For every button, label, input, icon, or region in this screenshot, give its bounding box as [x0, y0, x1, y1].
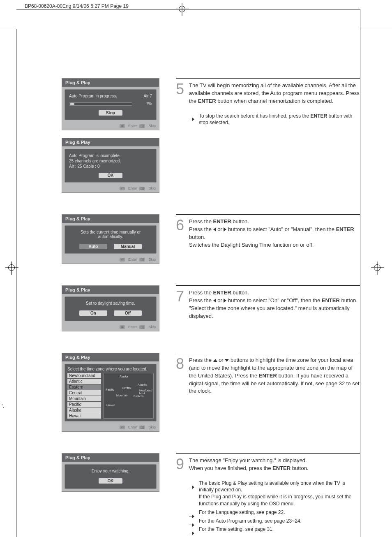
progress-bar	[69, 102, 132, 106]
osd-screenshot-7: Plug & Play Set to daylight saving time.…	[62, 285, 159, 331]
down-arrow-icon	[225, 359, 229, 362]
step-number: 8	[176, 356, 186, 371]
osd-message: Select the time zone where you are locat…	[67, 367, 154, 371]
osd-line: Air : 25 Cable : 0	[69, 164, 152, 169]
page-content: Plug & Play Auto Program in progress. Ai…	[21, 78, 360, 535]
osd-line: Auto Program is incomplete.	[69, 153, 152, 158]
osd-screenshot-9: Plug & Play Enjoy your watching. OK	[62, 453, 159, 492]
osd-percent: 7%	[136, 102, 152, 106]
auto-button: Auto	[79, 244, 107, 249]
osd-title: Plug & Play	[62, 454, 159, 462]
osd-message: Auto Program in progress.	[69, 94, 117, 98]
left-arrow-icon	[213, 227, 216, 231]
osd-channel: Air 7	[136, 94, 152, 99]
osd-message: Enjoy your watching.	[69, 469, 152, 473]
osd-screenshot-6: Plug & Play Sets the current time manual…	[62, 214, 159, 264]
osd-screenshot-5a: Plug & Play Auto Program in progress. Ai…	[62, 78, 159, 130]
osd-footer: ⏎Enter▯▯Skip	[62, 123, 159, 130]
osd-footer: ⏎Enter▯▯Skip	[62, 324, 159, 331]
osd-screenshot-8: Plug & Play Select the time zone where y…	[62, 353, 159, 432]
step-row-9: Plug & Play Enjoy your watching. OK 9 Th…	[62, 453, 360, 535]
osd-title: Plug & Play	[62, 215, 159, 223]
manual-button: Manual	[114, 244, 142, 249]
osd-line: 25 channels are memorized.	[69, 159, 152, 163]
timezone-list: Newfoundland Atlantic Eastern Central Mo…	[67, 373, 101, 419]
osd-footer: ⏎Enter▯▯Skip	[62, 185, 159, 192]
tz-item: Central	[67, 390, 101, 396]
osd-screenshot-5b: Plug & Play Auto Program is incomplete. …	[62, 138, 159, 193]
footnote-list: The basic Plug & Play setting is availab…	[189, 480, 360, 533]
tz-item: Pacific	[67, 402, 101, 407]
tz-item: Alaska	[67, 407, 101, 413]
tz-item-selected: Eastern	[67, 384, 101, 390]
step-row-5: Plug & Play Auto Program in progress. Ai…	[62, 78, 360, 193]
osd-message: Set to daylight saving time.	[69, 301, 152, 306]
tz-item: Atlantic	[67, 379, 101, 384]
step-text: The message "Enjoy your watching." is di…	[189, 457, 360, 535]
stop-button: Stop	[99, 110, 122, 116]
off-button: Off	[114, 310, 142, 316]
step-row-6: Plug & Play Sets the current time manual…	[62, 214, 360, 264]
osd-title: Plug & Play	[62, 353, 159, 361]
step-text: Press the or buttons to highlight the ti…	[189, 356, 360, 399]
ok-button: OK	[99, 478, 122, 484]
step-row-7: Plug & Play Set to daylight saving time.…	[62, 285, 360, 331]
step-text: Press the ENTER button. Press the or but…	[189, 289, 360, 324]
ok-button: OK	[99, 173, 122, 178]
left-arrow-icon	[213, 299, 216, 303]
osd-title: Plug & Play	[62, 286, 159, 294]
tz-item: Newfoundland	[67, 373, 101, 378]
tz-item: Mountain	[67, 396, 101, 401]
step-number: 9	[176, 457, 186, 472]
tz-item: Hawaii	[67, 413, 101, 419]
step-text: The TV will begin memorizing all of the …	[189, 82, 360, 128]
up-arrow-icon	[213, 359, 217, 362]
osd-message: Sets the current time manually or automa…	[69, 230, 152, 239]
step-number: 7	[176, 289, 186, 304]
timezone-map: Alaska Pacific Central Atlantic Mountain…	[104, 373, 154, 419]
osd-footer: ⏎Enter▯▯Skip	[62, 256, 159, 264]
osd-footer: ⏎Enter▯▯Skip	[62, 424, 159, 431]
step-row-8: Plug & Play Select the time zone where y…	[62, 353, 360, 432]
step-number: 5	[176, 82, 186, 97]
osd-title: Plug & Play	[62, 138, 159, 146]
step-text: Press the ENTER button. Press the or but…	[189, 218, 360, 253]
on-button: On	[79, 310, 107, 316]
step-number: 6	[176, 218, 186, 233]
osd-title: Plug & Play	[62, 79, 159, 87]
